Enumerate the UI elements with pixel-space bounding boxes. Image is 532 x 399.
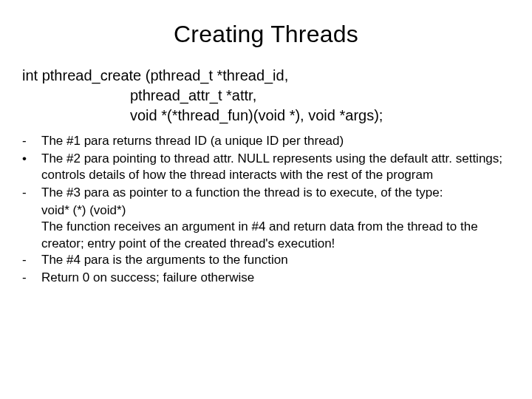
bullet-subtext: The function receives an argument in #4 … bbox=[41, 219, 514, 251]
slide: Creating Threads int pthread_create (pth… bbox=[0, 0, 532, 399]
bullet-marker: - bbox=[18, 252, 41, 268]
bullet-marker: - bbox=[18, 185, 41, 201]
signature-line-2: pthread_attr_t *attr, bbox=[22, 86, 514, 106]
bullet-text: The #2 para pointing to thread attr. NUL… bbox=[41, 151, 514, 183]
signature-line-3: void *(*thread_fun)(void *), void *args)… bbox=[22, 106, 514, 126]
bullet-item: - The #4 para is the arguments to the fu… bbox=[18, 252, 514, 268]
bullet-subtext: void* (*) (void*) bbox=[41, 202, 514, 219]
bullet-text: The #4 para is the arguments to the func… bbox=[41, 252, 514, 268]
function-signature: int pthread_create (pthread_t *thread_id… bbox=[22, 66, 514, 126]
bullet-text: The #1 para returns thread ID (a unique … bbox=[41, 133, 514, 149]
signature-line-1: int pthread_create (pthread_t *thread_id… bbox=[22, 66, 514, 86]
slide-title: Creating Threads bbox=[18, 21, 514, 48]
bullet-text: Return 0 on success; failure otherwise bbox=[41, 270, 514, 286]
bullet-item: - The #1 para returns thread ID (a uniqu… bbox=[18, 133, 514, 149]
bullet-marker: • bbox=[18, 151, 41, 183]
bullet-marker: - bbox=[18, 270, 41, 286]
bullet-item: - The #3 para as pointer to a function t… bbox=[18, 185, 514, 201]
bullet-item: • The #2 para pointing to thread attr. N… bbox=[18, 151, 514, 183]
bullet-item: - Return 0 on success; failure otherwise bbox=[18, 270, 514, 286]
bullet-marker: - bbox=[18, 133, 41, 149]
bullet-list: - The #1 para returns thread ID (a uniqu… bbox=[18, 133, 514, 286]
bullet-text: The #3 para as pointer to a function the… bbox=[41, 185, 514, 201]
